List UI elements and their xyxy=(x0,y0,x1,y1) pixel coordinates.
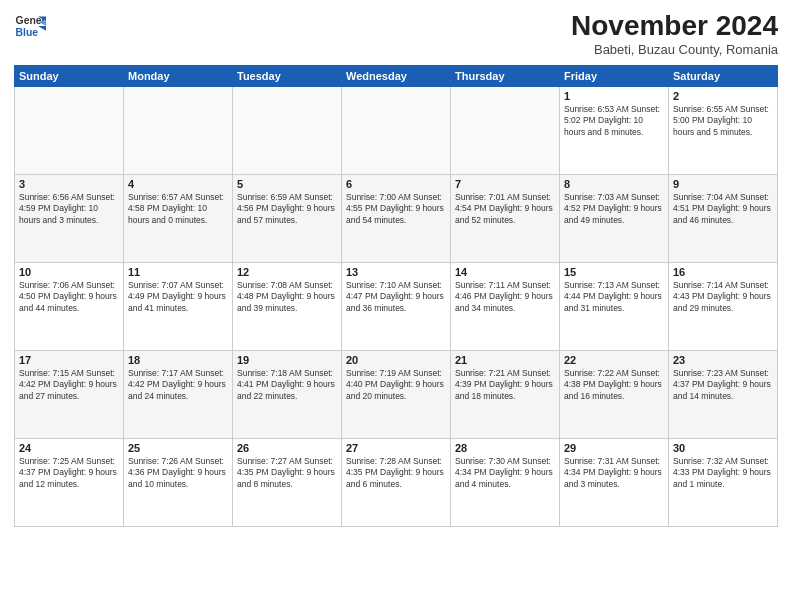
page-container: General Blue November 2024 Babeti, Buzau… xyxy=(0,0,792,612)
calendar-table: SundayMondayTuesdayWednesdayThursdayFrid… xyxy=(14,65,778,527)
day-number: 12 xyxy=(237,266,337,278)
day-number: 14 xyxy=(455,266,555,278)
week-row-4: 17Sunrise: 7:15 AM Sunset: 4:42 PM Dayli… xyxy=(15,351,778,439)
day-cell: 15Sunrise: 7:13 AM Sunset: 4:44 PM Dayli… xyxy=(560,263,669,351)
day-detail: Sunrise: 7:19 AM Sunset: 4:40 PM Dayligh… xyxy=(346,368,446,402)
day-detail: Sunrise: 7:10 AM Sunset: 4:47 PM Dayligh… xyxy=(346,280,446,314)
day-detail: Sunrise: 7:01 AM Sunset: 4:54 PM Dayligh… xyxy=(455,192,555,226)
day-cell: 7Sunrise: 7:01 AM Sunset: 4:54 PM Daylig… xyxy=(451,175,560,263)
day-number: 21 xyxy=(455,354,555,366)
col-header-tuesday: Tuesday xyxy=(233,66,342,87)
day-cell: 21Sunrise: 7:21 AM Sunset: 4:39 PM Dayli… xyxy=(451,351,560,439)
day-detail: Sunrise: 7:30 AM Sunset: 4:34 PM Dayligh… xyxy=(455,456,555,490)
header: General Blue November 2024 Babeti, Buzau… xyxy=(14,10,778,57)
day-number: 5 xyxy=(237,178,337,190)
day-cell: 14Sunrise: 7:11 AM Sunset: 4:46 PM Dayli… xyxy=(451,263,560,351)
day-cell: 16Sunrise: 7:14 AM Sunset: 4:43 PM Dayli… xyxy=(669,263,778,351)
day-number: 23 xyxy=(673,354,773,366)
day-detail: Sunrise: 7:06 AM Sunset: 4:50 PM Dayligh… xyxy=(19,280,119,314)
week-row-3: 10Sunrise: 7:06 AM Sunset: 4:50 PM Dayli… xyxy=(15,263,778,351)
day-cell: 30Sunrise: 7:32 AM Sunset: 4:33 PM Dayli… xyxy=(669,439,778,527)
day-cell: 24Sunrise: 7:25 AM Sunset: 4:37 PM Dayli… xyxy=(15,439,124,527)
day-detail: Sunrise: 7:22 AM Sunset: 4:38 PM Dayligh… xyxy=(564,368,664,402)
day-detail: Sunrise: 7:08 AM Sunset: 4:48 PM Dayligh… xyxy=(237,280,337,314)
col-header-friday: Friday xyxy=(560,66,669,87)
day-cell: 4Sunrise: 6:57 AM Sunset: 4:58 PM Daylig… xyxy=(124,175,233,263)
day-number: 22 xyxy=(564,354,664,366)
day-number: 10 xyxy=(19,266,119,278)
day-cell: 1Sunrise: 6:53 AM Sunset: 5:02 PM Daylig… xyxy=(560,87,669,175)
main-title: November 2024 xyxy=(571,10,778,42)
day-detail: Sunrise: 6:59 AM Sunset: 4:56 PM Dayligh… xyxy=(237,192,337,226)
day-cell: 27Sunrise: 7:28 AM Sunset: 4:35 PM Dayli… xyxy=(342,439,451,527)
day-cell: 22Sunrise: 7:22 AM Sunset: 4:38 PM Dayli… xyxy=(560,351,669,439)
day-cell: 18Sunrise: 7:17 AM Sunset: 4:42 PM Dayli… xyxy=(124,351,233,439)
day-number: 28 xyxy=(455,442,555,454)
day-cell: 25Sunrise: 7:26 AM Sunset: 4:36 PM Dayli… xyxy=(124,439,233,527)
day-cell: 29Sunrise: 7:31 AM Sunset: 4:34 PM Dayli… xyxy=(560,439,669,527)
day-number: 24 xyxy=(19,442,119,454)
day-number: 15 xyxy=(564,266,664,278)
day-number: 30 xyxy=(673,442,773,454)
day-number: 3 xyxy=(19,178,119,190)
day-number: 4 xyxy=(128,178,228,190)
day-detail: Sunrise: 7:07 AM Sunset: 4:49 PM Dayligh… xyxy=(128,280,228,314)
day-cell: 28Sunrise: 7:30 AM Sunset: 4:34 PM Dayli… xyxy=(451,439,560,527)
week-row-2: 3Sunrise: 6:56 AM Sunset: 4:59 PM Daylig… xyxy=(15,175,778,263)
week-row-1: 1Sunrise: 6:53 AM Sunset: 5:02 PM Daylig… xyxy=(15,87,778,175)
day-cell: 5Sunrise: 6:59 AM Sunset: 4:56 PM Daylig… xyxy=(233,175,342,263)
day-detail: Sunrise: 6:55 AM Sunset: 5:00 PM Dayligh… xyxy=(673,104,773,138)
day-detail: Sunrise: 7:17 AM Sunset: 4:42 PM Dayligh… xyxy=(128,368,228,402)
day-cell: 12Sunrise: 7:08 AM Sunset: 4:48 PM Dayli… xyxy=(233,263,342,351)
day-cell: 11Sunrise: 7:07 AM Sunset: 4:49 PM Dayli… xyxy=(124,263,233,351)
day-number: 1 xyxy=(564,90,664,102)
day-cell: 19Sunrise: 7:18 AM Sunset: 4:41 PM Dayli… xyxy=(233,351,342,439)
day-number: 19 xyxy=(237,354,337,366)
col-header-sunday: Sunday xyxy=(15,66,124,87)
day-cell: 26Sunrise: 7:27 AM Sunset: 4:35 PM Dayli… xyxy=(233,439,342,527)
day-cell xyxy=(451,87,560,175)
day-cell xyxy=(233,87,342,175)
header-row: SundayMondayTuesdayWednesdayThursdayFrid… xyxy=(15,66,778,87)
day-cell xyxy=(15,87,124,175)
day-cell xyxy=(342,87,451,175)
svg-marker-4 xyxy=(38,26,46,31)
day-cell: 10Sunrise: 7:06 AM Sunset: 4:50 PM Dayli… xyxy=(15,263,124,351)
day-number: 6 xyxy=(346,178,446,190)
day-number: 29 xyxy=(564,442,664,454)
day-detail: Sunrise: 7:28 AM Sunset: 4:35 PM Dayligh… xyxy=(346,456,446,490)
day-detail: Sunrise: 7:11 AM Sunset: 4:46 PM Dayligh… xyxy=(455,280,555,314)
day-number: 20 xyxy=(346,354,446,366)
day-detail: Sunrise: 7:13 AM Sunset: 4:44 PM Dayligh… xyxy=(564,280,664,314)
col-header-thursday: Thursday xyxy=(451,66,560,87)
day-number: 7 xyxy=(455,178,555,190)
week-row-5: 24Sunrise: 7:25 AM Sunset: 4:37 PM Dayli… xyxy=(15,439,778,527)
day-cell: 13Sunrise: 7:10 AM Sunset: 4:47 PM Dayli… xyxy=(342,263,451,351)
day-detail: Sunrise: 7:25 AM Sunset: 4:37 PM Dayligh… xyxy=(19,456,119,490)
subtitle: Babeti, Buzau County, Romania xyxy=(571,42,778,57)
logo: General Blue xyxy=(14,10,46,42)
day-detail: Sunrise: 7:26 AM Sunset: 4:36 PM Dayligh… xyxy=(128,456,228,490)
day-number: 26 xyxy=(237,442,337,454)
day-detail: Sunrise: 6:57 AM Sunset: 4:58 PM Dayligh… xyxy=(128,192,228,226)
day-cell: 3Sunrise: 6:56 AM Sunset: 4:59 PM Daylig… xyxy=(15,175,124,263)
col-header-monday: Monday xyxy=(124,66,233,87)
day-number: 9 xyxy=(673,178,773,190)
day-detail: Sunrise: 7:31 AM Sunset: 4:34 PM Dayligh… xyxy=(564,456,664,490)
day-cell: 6Sunrise: 7:00 AM Sunset: 4:55 PM Daylig… xyxy=(342,175,451,263)
day-number: 2 xyxy=(673,90,773,102)
day-detail: Sunrise: 7:27 AM Sunset: 4:35 PM Dayligh… xyxy=(237,456,337,490)
day-cell: 23Sunrise: 7:23 AM Sunset: 4:37 PM Dayli… xyxy=(669,351,778,439)
day-number: 17 xyxy=(19,354,119,366)
day-number: 8 xyxy=(564,178,664,190)
col-header-wednesday: Wednesday xyxy=(342,66,451,87)
day-detail: Sunrise: 7:32 AM Sunset: 4:33 PM Dayligh… xyxy=(673,456,773,490)
logo-icon: General Blue xyxy=(14,10,46,42)
day-cell: 8Sunrise: 7:03 AM Sunset: 4:52 PM Daylig… xyxy=(560,175,669,263)
day-number: 16 xyxy=(673,266,773,278)
svg-text:Blue: Blue xyxy=(16,27,39,38)
day-detail: Sunrise: 7:14 AM Sunset: 4:43 PM Dayligh… xyxy=(673,280,773,314)
day-cell: 9Sunrise: 7:04 AM Sunset: 4:51 PM Daylig… xyxy=(669,175,778,263)
day-detail: Sunrise: 7:03 AM Sunset: 4:52 PM Dayligh… xyxy=(564,192,664,226)
col-header-saturday: Saturday xyxy=(669,66,778,87)
